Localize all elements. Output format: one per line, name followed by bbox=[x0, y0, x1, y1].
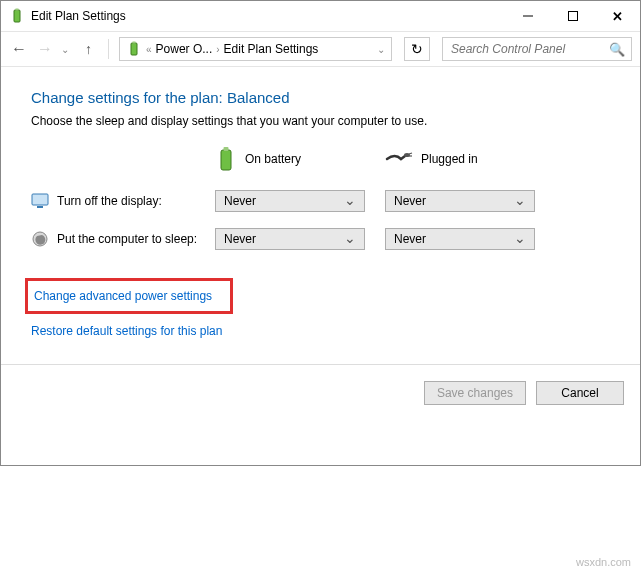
column-plugged-in: Plugged in bbox=[385, 151, 555, 167]
svg-line-9 bbox=[409, 153, 412, 154]
link-advanced-settings[interactable]: Change advanced power settings bbox=[34, 289, 212, 303]
highlight-box: Change advanced power settings bbox=[25, 278, 233, 314]
up-button[interactable]: ↑ bbox=[85, 41, 92, 57]
plug-icon bbox=[385, 151, 413, 167]
select-sleep-battery[interactable]: Never bbox=[215, 228, 365, 250]
save-button[interactable]: Save changes bbox=[424, 381, 526, 405]
row-label-display: Turn off the display: bbox=[57, 194, 162, 208]
page-description: Choose the sleep and display settings th… bbox=[31, 114, 610, 128]
navigation-toolbar: ← → ⌄ ↑ « Power O... › Edit Plan Setting… bbox=[1, 31, 640, 67]
page-heading: Change settings for the plan: Balanced bbox=[31, 89, 610, 106]
breadcrumb-power-options[interactable]: Power O... bbox=[156, 42, 213, 56]
select-display-battery[interactable]: Never bbox=[215, 190, 365, 212]
column-label-battery: On battery bbox=[245, 152, 301, 166]
battery-icon bbox=[215, 146, 237, 172]
column-on-battery: On battery bbox=[215, 146, 385, 172]
svg-rect-0 bbox=[14, 10, 20, 22]
address-bar[interactable]: « Power O... › Edit Plan Settings ⌄ bbox=[119, 37, 392, 61]
refresh-button[interactable]: ↻ bbox=[404, 37, 430, 61]
search-box[interactable]: 🔍 bbox=[442, 37, 632, 61]
search-icon[interactable]: 🔍 bbox=[609, 42, 625, 57]
power-options-icon bbox=[9, 8, 25, 24]
window-title: Edit Plan Settings bbox=[31, 9, 505, 23]
select-sleep-plugged[interactable]: Never bbox=[385, 228, 535, 250]
divider bbox=[108, 39, 109, 59]
display-icon bbox=[31, 192, 49, 210]
sleep-icon bbox=[31, 230, 49, 248]
chevron-left-icon: « bbox=[146, 44, 152, 55]
chevron-down-icon[interactable]: ⌄ bbox=[377, 44, 385, 55]
svg-rect-7 bbox=[224, 147, 229, 151]
window: Edit Plan Settings ← → ⌄ ↑ « Power O.. bbox=[0, 0, 641, 466]
links-area: Change advanced power settings Restore d… bbox=[31, 278, 610, 338]
history-dropdown-icon[interactable]: ⌄ bbox=[61, 44, 69, 55]
cancel-button[interactable]: Cancel bbox=[536, 381, 624, 405]
row-label-sleep: Put the computer to sleep: bbox=[57, 232, 197, 246]
svg-rect-12 bbox=[37, 206, 43, 208]
columns-header: On battery Plugged in bbox=[31, 146, 610, 172]
svg-rect-11 bbox=[32, 194, 48, 205]
search-input[interactable] bbox=[449, 41, 609, 57]
power-options-icon bbox=[126, 41, 142, 57]
column-label-plugged: Plugged in bbox=[421, 152, 478, 166]
titlebar: Edit Plan Settings bbox=[1, 1, 640, 31]
row-turn-off-display: Turn off the display: Never Never bbox=[31, 190, 610, 212]
select-display-plugged[interactable]: Never bbox=[385, 190, 535, 212]
svg-rect-6 bbox=[221, 150, 231, 170]
forward-button[interactable]: → bbox=[35, 39, 55, 59]
watermark: wsxdn.com bbox=[576, 556, 631, 568]
window-controls bbox=[505, 1, 640, 31]
svg-rect-5 bbox=[133, 42, 136, 44]
chevron-right-icon: › bbox=[216, 44, 219, 55]
footer-buttons: Save changes Cancel bbox=[1, 365, 640, 465]
minimize-button[interactable] bbox=[505, 1, 550, 31]
maximize-button[interactable] bbox=[550, 1, 595, 31]
link-restore-defaults[interactable]: Restore default settings for this plan bbox=[31, 324, 222, 338]
svg-rect-1 bbox=[16, 9, 19, 11]
content-area: Change settings for the plan: Balanced C… bbox=[1, 67, 640, 365]
close-button[interactable] bbox=[595, 1, 640, 31]
breadcrumb-edit-plan[interactable]: Edit Plan Settings bbox=[224, 42, 319, 56]
svg-rect-4 bbox=[131, 43, 137, 55]
row-sleep: Put the computer to sleep: Never Never bbox=[31, 228, 610, 250]
back-button[interactable]: ← bbox=[9, 39, 29, 59]
svg-rect-3 bbox=[568, 12, 577, 21]
